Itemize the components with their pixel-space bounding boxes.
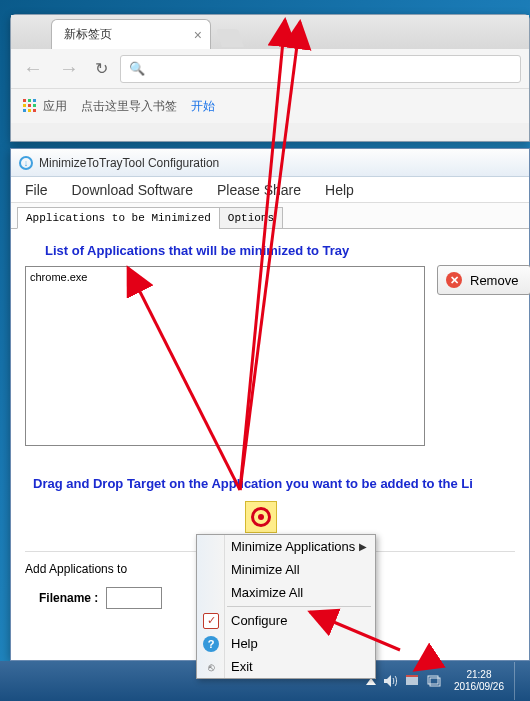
taskbar-clock[interactable]: 21:28 2016/09/26 (454, 669, 504, 693)
tab-title: 新标签页 (64, 27, 112, 41)
menu-share[interactable]: Please Share (217, 182, 301, 198)
svg-rect-1 (406, 675, 418, 677)
list-title: List of Applications that will be minimi… (45, 243, 515, 258)
import-bookmarks-text: 点击这里导入书签 (81, 98, 177, 115)
address-bar[interactable]: 🔍 (120, 55, 521, 83)
remove-button[interactable]: ✕ Remove (437, 265, 530, 295)
remove-label: Remove (470, 273, 518, 288)
drag-target[interactable] (245, 501, 277, 533)
tab-options[interactable]: Options (219, 207, 283, 229)
apps-label: 应用 (43, 98, 67, 115)
new-tab-button[interactable] (216, 29, 244, 47)
menu-help[interactable]: ? Help (197, 632, 375, 655)
add-label: Add Applications to (25, 562, 127, 576)
configure-icon: ✓ (203, 613, 219, 629)
system-tray: 21:28 2016/09/26 (366, 662, 524, 700)
filename-label: Filename : (39, 591, 98, 605)
menu-configure[interactable]: ✓ Configure (197, 609, 375, 632)
forward-icon[interactable]: → (55, 57, 83, 80)
start-link[interactable]: 开始 (191, 98, 215, 115)
time: 21:28 (454, 669, 504, 681)
tab-applications[interactable]: Applications to be Minimized (17, 207, 220, 229)
window-title: MinimizeToTrayTool Configuration (39, 156, 219, 170)
back-icon[interactable]: ← (19, 57, 47, 80)
app-icon: ↓ (19, 156, 33, 170)
network-icon[interactable] (426, 673, 442, 689)
apps-button[interactable]: 应用 (23, 98, 67, 115)
flag-icon[interactable] (404, 673, 420, 689)
chevron-right-icon: ▶ (359, 541, 367, 552)
tabs-row: Applications to be Minimized Options (11, 203, 529, 229)
menu-separator (227, 606, 371, 607)
help-icon: ? (203, 636, 219, 652)
bookmarks-bar: 应用 点击这里导入书签 开始 (11, 89, 529, 123)
menu-exit[interactable]: ⎋ Exit (197, 655, 375, 678)
menu-file[interactable]: File (25, 182, 48, 198)
menu-download[interactable]: Download Software (72, 182, 193, 198)
drag-title: Drag and Drop Target on the Application … (33, 476, 515, 491)
menu-minimize-all[interactable]: Minimize All (197, 558, 375, 581)
remove-icon: ✕ (446, 272, 462, 288)
list-item[interactable]: chrome.exe (30, 271, 420, 283)
apps-grid-icon (23, 99, 37, 113)
reload-icon[interactable]: ↻ (91, 59, 112, 78)
target-icon (251, 507, 271, 527)
browser-tab[interactable]: 新标签页 × (51, 19, 211, 49)
chrome-toolbar: ← → ↻ 🔍 (11, 49, 529, 89)
applications-listbox[interactable]: chrome.exe (25, 266, 425, 446)
title-bar: ↓ MinimizeToTrayTool Configuration (11, 149, 529, 177)
date: 2016/09/26 (454, 681, 504, 693)
chrome-tabs-bar: 新标签页 × (11, 15, 529, 49)
volume-icon[interactable] (382, 673, 398, 689)
drag-target-area (25, 501, 515, 533)
tray-context-menu: Minimize Applications ▶ Minimize All Max… (196, 534, 376, 679)
close-icon[interactable]: × (194, 27, 202, 43)
menu-minimize-applications[interactable]: Minimize Applications ▶ (197, 535, 375, 558)
menu-help[interactable]: Help (325, 182, 354, 198)
filename-input[interactable] (106, 587, 162, 609)
menu-bar: File Download Software Please Share Help (11, 177, 529, 203)
exit-icon: ⎋ (203, 659, 219, 675)
menu-maximize-all[interactable]: Maximize All (197, 581, 375, 604)
chrome-window: 新标签页 × ← → ↻ 🔍 应用 点击这里导入书签 开始 (10, 14, 530, 142)
search-icon: 🔍 (129, 61, 145, 76)
show-desktop-button[interactable] (514, 662, 524, 700)
